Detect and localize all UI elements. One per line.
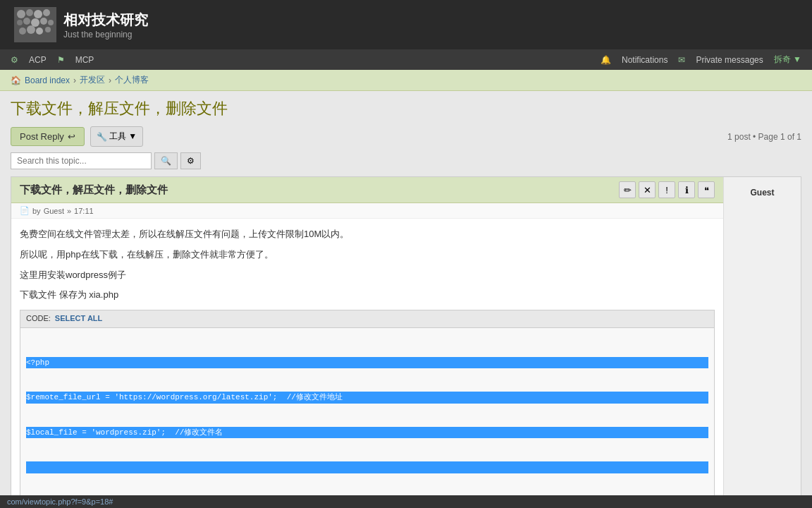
post-author-link[interactable]: Guest — [44, 207, 64, 215]
acp-icon: ⚙ — [11, 55, 18, 65]
home-icon: 🏠 — [11, 75, 21, 85]
svg-point-9 — [48, 20, 54, 25]
navbar-left: ⚙ ACP ⚑ MCP — [11, 55, 94, 65]
code-line-1-4 — [26, 461, 708, 473]
username-dropdown[interactable]: 拆奇 ▼ — [774, 54, 801, 66]
svg-point-3 — [34, 10, 42, 18]
site-header: 相对技术研究 Just the beginning — [0, 0, 812, 49]
post-quote-button[interactable]: ❝ — [698, 181, 715, 198]
header-title-block: 相对技术研究 Just the beginning — [63, 11, 148, 40]
private-messages-icon: ✉ — [678, 55, 685, 65]
notifications-link[interactable]: Notifications — [622, 55, 668, 65]
post-body-line-3: 这里用安装wordpress例子 — [20, 268, 715, 283]
breadcrumb-sep-2: › — [109, 75, 111, 85]
post-toolbar: Post Reply ↩ 🔧 工具 ▼ 1 post • Page 1 of 1 — [11, 126, 801, 147]
notifications-icon: 🔔 — [601, 55, 611, 65]
tools-dropdown-button[interactable]: 🔧 工具 ▼ — [90, 126, 143, 147]
acp-link[interactable]: ACP — [29, 55, 47, 65]
svg-point-2 — [26, 9, 33, 16]
svg-point-12 — [36, 28, 43, 35]
tools-icon: 🔧 — [97, 132, 107, 142]
post-edit-button[interactable]: ✏ — [619, 181, 636, 198]
code-content-1: <?php $remote_file_url = 'https://wordpr… — [20, 328, 714, 508]
breadcrumb-sep-1: › — [73, 75, 76, 85]
post-content-area: 下载文件，解压文件，删除文件 ✏ ✕ ! ℹ ❝ 📄 by Guest » 17… — [11, 177, 723, 508]
reply-icon: ↩ — [68, 131, 75, 142]
post-delete-button[interactable]: ✕ — [639, 181, 656, 198]
code-block-1: CODE: SELECT ALL <?php $remote_file_url … — [20, 310, 715, 508]
post-info-button[interactable]: ℹ — [678, 181, 695, 198]
post-by-label: by — [32, 207, 41, 215]
header-logo-area: 相对技术研究 Just the beginning — [14, 7, 148, 42]
site-subtitle: Just the beginning — [63, 30, 148, 40]
post-icon: 📄 — [20, 206, 30, 215]
code-select-all-1[interactable]: SELECT ALL — [55, 313, 102, 325]
post-reply-label: Post Reply — [20, 131, 64, 142]
svg-point-4 — [43, 9, 50, 16]
svg-point-1 — [17, 10, 25, 18]
private-messages-link[interactable]: Private messages — [696, 55, 763, 65]
post-reply-button[interactable]: Post Reply ↩ — [11, 127, 85, 146]
post-body-line-2: 所以呢，用php在线下载，在线解压，删除文件就非常方便了。 — [20, 248, 715, 262]
mcp-icon: ⚑ — [57, 55, 65, 65]
search-bar: 🔍 ⚙ — [11, 152, 801, 169]
svg-point-8 — [40, 18, 47, 25]
page-content: 下载文件，解压文件，删除文件 Post Reply ↩ 🔧 工具 ▼ 1 pos… — [0, 91, 812, 508]
svg-point-10 — [19, 28, 26, 35]
navbar-right: 🔔 Notifications ✉ Private messages 拆奇 ▼ — [601, 54, 801, 66]
code-label-1: CODE: — [26, 313, 51, 325]
svg-point-7 — [31, 18, 39, 27]
top-navbar: ⚙ ACP ⚑ MCP 🔔 Notifications ✉ Private me… — [0, 49, 812, 70]
post-header: 下载文件，解压文件，删除文件 ✏ ✕ ! ℹ ❝ — [11, 177, 723, 203]
post-title: 下载文件，解压文件，删除文件 — [20, 183, 168, 197]
svg-point-5 — [17, 20, 23, 25]
post-time-sep: » — [67, 207, 71, 215]
post-author-sidebar: Guest — [723, 177, 801, 508]
post-body: 免费空间在线文件管理太差，所以在线解压文件有问题，上传文件限制10M以内。 所以… — [11, 219, 723, 508]
post-meta: 📄 by Guest » 17:11 — [11, 203, 723, 219]
post-toolbar-left: Post Reply ↩ 🔧 工具 ▼ — [11, 126, 143, 147]
author-name: Guest — [750, 188, 774, 198]
post-body-line-1: 免费空间在线文件管理太差，所以在线解压文件有问题，上传文件限制10M以内。 — [20, 227, 715, 242]
breadcrumb-personal-blog[interactable]: 个人博客 — [115, 74, 149, 86]
code-line-1-2: $remote_file_url = 'https://wordpress.or… — [26, 392, 708, 404]
tools-label: 工具 ▼ — [109, 131, 137, 143]
svg-point-11 — [27, 25, 35, 34]
svg-point-6 — [23, 18, 30, 25]
site-logo-icon — [14, 7, 56, 42]
post-action-icons: ✏ ✕ ! ℹ ❝ — [619, 181, 715, 198]
mcp-link[interactable]: MCP — [75, 55, 94, 65]
post-warn-button[interactable]: ! — [658, 181, 675, 198]
page-title: 下载文件，解压文件，删除文件 — [11, 98, 801, 119]
search-submit-button[interactable]: 🔍 — [154, 152, 178, 169]
search-options-button[interactable]: ⚙ — [180, 152, 201, 169]
site-title: 相对技术研究 — [63, 11, 148, 30]
code-block-1-header: CODE: SELECT ALL — [20, 310, 714, 328]
post-pagination: 1 post • Page 1 of 1 — [727, 132, 801, 142]
svg-point-13 — [45, 27, 51, 32]
breadcrumb-board-index[interactable]: Board index — [25, 75, 70, 85]
post-area: 下载文件，解压文件，删除文件 ✏ ✕ ! ℹ ❝ 📄 by Guest » 17… — [11, 176, 801, 508]
post-body-line-4: 下载文件 保存为 xia.php — [20, 288, 715, 303]
code-line-1-3: $local_file = 'wordpress.zip'; //修改文件名 — [26, 427, 708, 439]
breadcrumb: 🏠 Board index › 开发区 › 个人博客 — [0, 70, 812, 91]
status-bar-url: com/viewtopic.php?f=9&p=18# — [7, 497, 113, 506]
breadcrumb-dev-area[interactable]: 开发区 — [80, 74, 105, 86]
status-bar: com/viewtopic.php?f=9&p=18# — [0, 495, 812, 508]
post-time: 17:11 — [74, 207, 94, 215]
search-input[interactable] — [11, 152, 152, 169]
code-line-1-1: <?php — [26, 357, 708, 369]
